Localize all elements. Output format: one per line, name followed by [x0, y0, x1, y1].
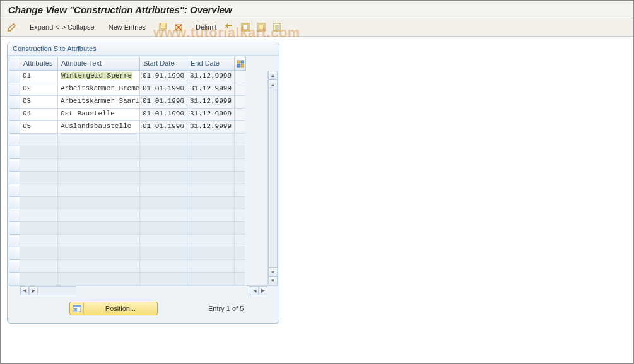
empty-cell [20, 172, 58, 184]
empty-cell [20, 184, 58, 197]
cell-attributes[interactable]: 03 [20, 96, 58, 109]
table-row-empty [20, 159, 278, 172]
cell-attributes[interactable]: 02 [20, 83, 58, 96]
horizontal-scrollbar[interactable]: ◀ ▶ ◀ ▶ [9, 285, 278, 295]
cell-end-date: 31.12.9999 [187, 121, 235, 134]
delimit-button[interactable]: Delimit [192, 23, 221, 31]
empty-cell [187, 184, 235, 197]
empty-cell [58, 184, 140, 197]
empty-cell [187, 172, 235, 184]
col-end-date[interactable]: End Date [187, 57, 235, 71]
row-selector[interactable] [9, 222, 20, 235]
row-selector[interactable] [9, 172, 20, 184]
new-entries-button[interactable]: New Entries [105, 23, 150, 31]
toolbar: Expand <-> Collapse New Entries Delimit [1, 18, 633, 37]
table-row-empty [20, 146, 278, 159]
row-selector[interactable] [9, 121, 20, 134]
empty-cell [58, 235, 140, 247]
scroll-up-icon[interactable]: ▲ [268, 71, 278, 79]
table-row-empty [20, 247, 278, 260]
table-row-empty [20, 184, 278, 197]
cell-start-date: 01.01.1990 [140, 121, 187, 134]
col-attributes[interactable]: Attributes [20, 57, 58, 71]
row-selector[interactable] [9, 260, 20, 273]
scroll-up-step-icon[interactable]: ▲ [268, 79, 278, 88]
svg-rect-6 [243, 25, 248, 30]
col-attribute-text[interactable]: Attribute Text [58, 57, 140, 71]
scroll-left-step-icon[interactable]: ▶ [29, 286, 38, 295]
toggle-edit-icon[interactable] [4, 21, 20, 33]
row-selector[interactable] [9, 235, 20, 247]
copy-icon[interactable] [156, 21, 170, 33]
empty-cell [140, 260, 187, 273]
empty-cell [20, 134, 58, 146]
row-selector[interactable] [9, 109, 20, 121]
empty-cell [58, 273, 140, 285]
vertical-scrollbar[interactable]: ▲ ▲ ▼ ▼ [267, 71, 278, 285]
expand-collapse-button[interactable]: Expand <-> Collapse [26, 23, 98, 31]
empty-cell [235, 184, 245, 197]
empty-cell [20, 235, 58, 247]
row-selector[interactable] [9, 83, 20, 96]
cell-attributes[interactable]: 04 [20, 109, 58, 121]
scroll-left-icon[interactable]: ◀ [20, 286, 29, 295]
scroll-down-step-icon[interactable]: ▼ [268, 267, 278, 276]
cell-attribute-text[interactable]: Ost Baustelle [58, 109, 140, 121]
cell-attribute-text[interactable]: Wintergeld Sperre [58, 71, 140, 83]
cell-attribute-text[interactable]: Arbeitskammer Saarla [58, 96, 140, 109]
cell-attributes[interactable]: 05 [20, 121, 58, 134]
scroll-right-icon[interactable]: ▶ [259, 286, 267, 295]
delete-icon[interactable] [172, 21, 185, 33]
data-grid: Attributes Attribute Text Start Date End… [9, 57, 278, 285]
cell-attribute-text[interactable]: Auslandsbaustelle [58, 121, 140, 134]
empty-cell [140, 235, 187, 247]
deselect-all-icon[interactable] [254, 21, 268, 33]
config-icon[interactable] [270, 21, 284, 33]
col-start-date[interactable]: Start Date [140, 57, 187, 71]
row-selector[interactable] [9, 247, 20, 260]
empty-cell [235, 235, 245, 247]
svg-rect-1 [161, 23, 166, 29]
undo-icon[interactable] [223, 21, 237, 33]
empty-cell [187, 235, 235, 247]
empty-cell [140, 222, 187, 235]
select-all-rows[interactable] [9, 57, 20, 71]
empty-cell [140, 209, 187, 222]
row-selector[interactable] [9, 197, 20, 209]
empty-cell [58, 260, 140, 273]
svg-rect-19 [74, 308, 77, 311]
empty-cell [187, 273, 235, 285]
empty-cell [140, 184, 187, 197]
table-row-empty [20, 172, 278, 184]
empty-cell [58, 222, 140, 235]
row-selector[interactable] [9, 96, 20, 109]
empty-cell [140, 134, 187, 146]
svg-rect-15 [237, 64, 240, 67]
empty-cell [187, 260, 235, 273]
table-row: 05Auslandsbaustelle01.01.199031.12.9999 [20, 121, 278, 134]
cell-end-date: 31.12.9999 [187, 109, 235, 121]
scroll-down-icon[interactable]: ▼ [268, 276, 278, 285]
empty-cell [20, 273, 58, 285]
table-settings-icon[interactable] [235, 57, 246, 71]
row-selector[interactable] [9, 146, 20, 159]
select-all-icon[interactable] [238, 21, 252, 33]
cell-attribute-text[interactable]: Arbeitskammer Bremen [58, 83, 140, 96]
scroll-right-step-icon[interactable]: ◀ [250, 286, 259, 295]
row-selector[interactable] [9, 184, 20, 197]
position-button[interactable]: Position... [69, 302, 158, 315]
row-selector[interactable] [9, 159, 20, 172]
cell-attributes[interactable]: 01 [20, 71, 58, 83]
row-selector[interactable] [9, 273, 20, 285]
empty-cell [187, 209, 235, 222]
row-selector[interactable] [9, 134, 20, 146]
empty-cell [58, 209, 140, 222]
empty-cell [140, 172, 187, 184]
row-selector[interactable] [9, 71, 20, 83]
row-selector[interactable] [9, 209, 20, 222]
empty-cell [235, 260, 245, 273]
cell-start-date: 01.01.1990 [140, 71, 187, 83]
table-row: 02Arbeitskammer Bremen01.01.199031.12.99… [20, 83, 278, 96]
cell-start-date: 01.01.1990 [140, 96, 187, 109]
empty-cell [235, 247, 245, 260]
